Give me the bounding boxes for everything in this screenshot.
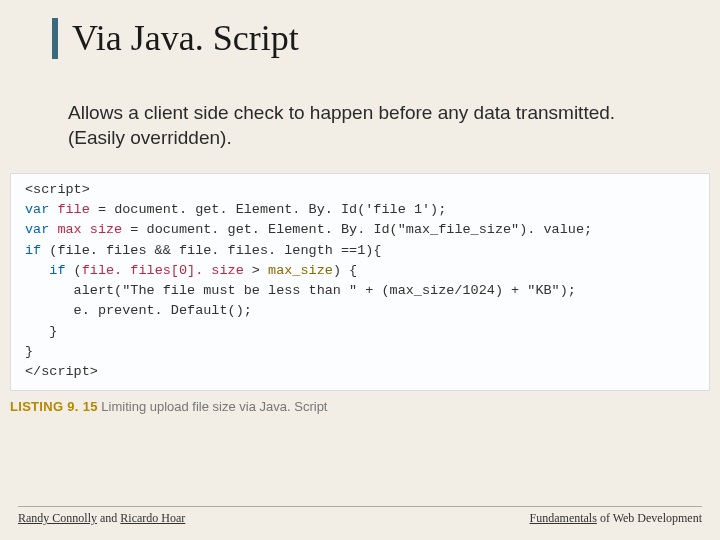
code-close-tag: </script> bbox=[25, 364, 98, 379]
code-text: e. prevent. Default(); bbox=[25, 303, 252, 318]
footer-author-1: Randy Connolly bbox=[18, 511, 97, 525]
code-kw: if bbox=[25, 243, 41, 258]
code-text: = document. get. Element. By. Id("max_fi… bbox=[122, 222, 592, 237]
title-region: Via Java. Script bbox=[0, 0, 720, 59]
footer-book-a: Fundamentals bbox=[530, 511, 597, 525]
code-text: } bbox=[25, 324, 57, 339]
code-kw: if bbox=[25, 263, 66, 278]
code-kw: var bbox=[25, 202, 49, 217]
footer-book-b: of Web Development bbox=[597, 511, 702, 525]
code-listing: <script> var file = document. get. Eleme… bbox=[10, 173, 710, 392]
footer-right: Fundamentals of Web Development bbox=[530, 511, 702, 526]
code-var: file. files[0]. size bbox=[82, 263, 244, 278]
code-text: ) { bbox=[333, 263, 357, 278]
body-paragraph: Allows a client side check to happen bef… bbox=[0, 59, 720, 150]
caption-label: LISTING 9. 15 bbox=[10, 399, 98, 414]
code-text: ( bbox=[66, 263, 82, 278]
slide-footer: Randy Connolly and Ricardo Hoar Fundamen… bbox=[18, 506, 702, 526]
code-text: (file. files && file. files. length ==1)… bbox=[41, 243, 381, 258]
code-kw: var bbox=[25, 222, 49, 237]
listing-caption: LISTING 9. 15 Limiting upload file size … bbox=[10, 399, 710, 414]
code-text: > bbox=[244, 263, 268, 278]
code-var: max_size bbox=[268, 263, 333, 278]
caption-text: Limiting upload file size via Java. Scri… bbox=[98, 399, 328, 414]
code-var: max size bbox=[49, 222, 122, 237]
code-text: alert("The file must be less than " + (m… bbox=[25, 283, 576, 298]
code-open-tag: <script> bbox=[25, 182, 90, 197]
footer-conj: and bbox=[97, 511, 120, 525]
footer-left: Randy Connolly and Ricardo Hoar bbox=[18, 511, 185, 526]
footer-author-2: Ricardo Hoar bbox=[120, 511, 185, 525]
code-var: file bbox=[49, 202, 90, 217]
code-text: } bbox=[25, 344, 33, 359]
page-title: Via Java. Script bbox=[52, 18, 720, 59]
code-text: = document. get. Element. By. Id('file 1… bbox=[90, 202, 446, 217]
